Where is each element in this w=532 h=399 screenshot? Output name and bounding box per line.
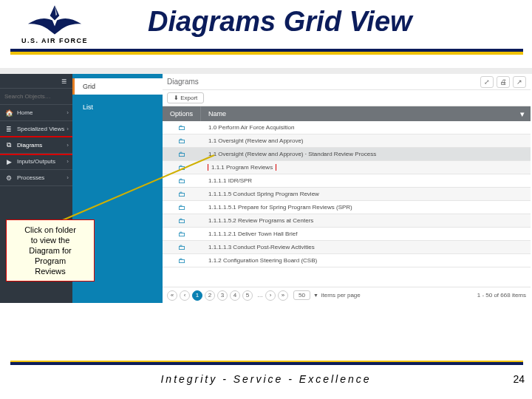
browser-tab-bar: [0, 68, 532, 74]
table-row[interactable]: 🗀1.1.1.1 IDR/SPR: [163, 174, 531, 188]
folder-icon[interactable]: 🗀: [178, 150, 185, 158]
home-icon: 🏠: [4, 109, 13, 117]
row-name-cell[interactable]: 1.1 Oversight (Review and Approve) · Sta…: [201, 151, 531, 157]
table-row[interactable]: 🗀1.1 Oversight (Review and Approve): [163, 134, 531, 148]
folder-icon[interactable]: 🗀: [178, 256, 185, 265]
folder-icon[interactable]: 🗀: [178, 216, 185, 225]
folder-icon[interactable]: 🗀: [178, 123, 185, 132]
pager: « ‹ 1 2 3 4 5 … › » 50 ▼ items per page …: [163, 287, 531, 303]
sidebar-item-diagrams[interactable]: ⧉ Diagrams ›: [0, 137, 72, 154]
slide-number: 24: [513, 373, 525, 385]
pager-next[interactable]: ›: [265, 290, 276, 301]
folder-icon[interactable]: 🗀: [178, 137, 185, 145]
views-icon: ≣: [4, 126, 13, 133]
grid-body: 🗀1.0 Perform Air Force Acquisition🗀1.1 O…: [163, 121, 531, 267]
chevron-right-icon: ›: [66, 109, 69, 116]
io-icon: ▶: [4, 158, 13, 166]
grid-toolbar: ⬇ Export: [163, 90, 531, 106]
row-name-cell[interactable]: 1.1.1.1.5.2 Review Programs at Centers: [201, 217, 531, 224]
folder-icon[interactable]: 🗀: [178, 190, 185, 198]
sidebar-item-label: Inputs/Outputs: [17, 158, 55, 165]
expand-icon[interactable]: ⤢: [480, 76, 494, 88]
pager-prev[interactable]: ‹: [180, 290, 190, 301]
callout-line: Program: [10, 256, 91, 266]
chevron-right-icon: ›: [66, 174, 69, 181]
pager-page-2[interactable]: 2: [205, 290, 215, 301]
pager-page-3[interactable]: 3: [217, 290, 228, 301]
instruction-callout: Click on folder to view the Diagram for …: [6, 219, 95, 282]
footer-tagline: Integrity - Service - Excellence: [0, 373, 532, 385]
table-row[interactable]: 🗀1.1.2 Configuration Steering Board (CSB…: [163, 254, 531, 267]
header-divider: [10, 49, 523, 52]
search-input[interactable]: [4, 93, 82, 100]
pager-page-5[interactable]: 5: [242, 290, 253, 301]
sidebar-item-home[interactable]: 🏠 Home ›: [0, 105, 72, 121]
print-icon[interactable]: 🖨: [497, 76, 510, 88]
chevron-right-icon: ›: [66, 126, 69, 132]
page-title: Diagrams Grid View: [148, 6, 412, 38]
pager-page-1[interactable]: 1: [192, 290, 202, 301]
pager-status: 1 - 50 of 668 items: [477, 292, 526, 299]
org-name: U.S. AIR FORCE: [10, 37, 99, 44]
row-name-cell[interactable]: 1.1.1.1.5.1 Prepare for Spring Program R…: [201, 204, 531, 211]
export-button[interactable]: ⬇ Export: [167, 92, 204, 103]
breadcrumb: Diagrams ⤢ 🖨 ↗: [163, 74, 531, 90]
sidebar-item-inputs-outputs[interactable]: ▶ Inputs/Outputs ›: [0, 154, 72, 170]
folder-icon[interactable]: 🗀: [178, 203, 185, 211]
folder-icon[interactable]: 🗀: [178, 163, 185, 171]
row-name-cell[interactable]: 1.1.1.1.3 Conduct Post-Review Activities: [201, 244, 531, 250]
grid-header: Options Name ▾: [163, 106, 531, 121]
row-name-cell[interactable]: 1.0 Perform Air Force Acquisition: [201, 124, 531, 131]
table-row[interactable]: 🗀1.1.1.1.5.1 Prepare for Spring Program …: [163, 201, 531, 214]
callout-line: Reviews: [10, 266, 91, 276]
table-row[interactable]: 🗀1.1.1.1.3 Conduct Post-Review Activitie…: [163, 241, 531, 254]
table-row[interactable]: 🗀1.1.1.1.2.1 Deliver Town Hall Brief: [163, 228, 531, 241]
column-header-options[interactable]: Options: [163, 106, 201, 121]
row-name-cell[interactable]: 1.1.1.1.5 Conduct Spring Program Review: [201, 191, 531, 197]
hamburger-icon: ≡: [61, 76, 66, 86]
callout-line: Diagram for: [10, 245, 91, 256]
row-name-cell[interactable]: 1.1.1.1 IDR/SPR: [201, 177, 531, 184]
row-name-cell[interactable]: 1.1 Oversight (Review and Approve): [201, 137, 531, 144]
page-size-select[interactable]: 50: [293, 290, 310, 300]
grid-panel: Diagrams ⤢ 🖨 ↗ ⬇ Export Options Name ▾ 🗀…: [163, 74, 531, 303]
row-name-cell[interactable]: 1.1.1.1.2.1 Deliver Town Hall Brief: [201, 231, 531, 237]
row-name-cell[interactable]: 1.1.2 Configuration Steering Board (CSB): [201, 257, 531, 264]
table-row[interactable]: 🗀1.1 Oversight (Review and Approve) · St…: [163, 148, 531, 161]
folder-icon[interactable]: 🗀: [178, 177, 185, 185]
table-row[interactable]: 🗀1.1.1 Program Reviews: [163, 161, 531, 174]
view-mode-grid[interactable]: Grid: [72, 78, 163, 95]
sidebar-item-label: Home: [17, 109, 33, 116]
sidebar-search[interactable]: 🔍: [0, 89, 72, 105]
callout-line: to view the: [10, 235, 91, 245]
sidebar-item-label: Processes: [17, 174, 44, 181]
process-icon: ⚙: [4, 174, 13, 182]
table-row[interactable]: 🗀1.1.1.1.5.2 Review Programs at Centers: [163, 214, 531, 228]
pager-page-4[interactable]: 4: [230, 290, 240, 301]
view-mode-list[interactable]: List: [72, 99, 163, 115]
table-row[interactable]: 🗀1.1.1.1.5 Conduct Spring Program Review: [163, 188, 531, 201]
column-header-name[interactable]: Name: [201, 106, 514, 121]
filter-icon[interactable]: ▾: [514, 106, 531, 121]
chevron-right-icon: ›: [66, 158, 69, 165]
view-mode-label: List: [83, 103, 93, 111]
folder-icon[interactable]: 🗀: [178, 243, 185, 251]
diagram-icon: ⧉: [4, 141, 13, 149]
chevron-right-icon: ›: [66, 142, 69, 149]
sidebar-item-label: Diagrams: [17, 142, 42, 149]
sidebar-item-label: Specialized Views: [17, 126, 64, 132]
footer-divider: [10, 362, 523, 365]
sidebar-item-processes[interactable]: ⚙ Processes ›: [0, 170, 72, 186]
callout-line: Click on folder: [10, 225, 91, 235]
table-row[interactable]: 🗀1.0 Perform Air Force Acquisition: [163, 121, 531, 134]
folder-icon[interactable]: 🗀: [178, 230, 185, 238]
share-icon[interactable]: ↗: [513, 76, 526, 88]
breadcrumb-text: Diagrams: [167, 78, 199, 86]
pager-last[interactable]: »: [278, 290, 288, 301]
sidebar-toggle[interactable]: ≡: [0, 74, 72, 89]
page-size-label: items per page: [321, 292, 361, 299]
row-name-cell[interactable]: 1.1.1 Program Reviews: [201, 164, 531, 171]
org-logo: U.S. AIR FORCE: [10, 3, 99, 47]
sidebar-item-specialized-views[interactable]: ≣ Specialized Views ›: [0, 121, 72, 137]
pager-first[interactable]: «: [167, 290, 177, 301]
